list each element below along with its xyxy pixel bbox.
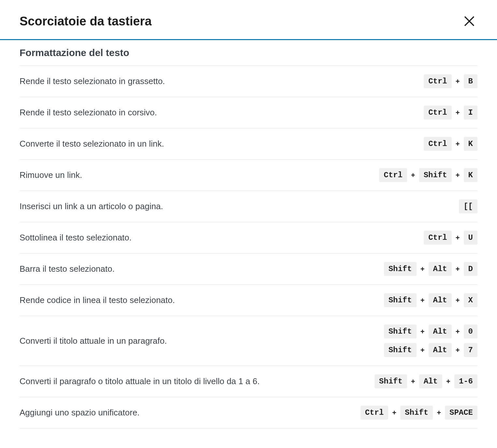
keyboard-key: 0	[464, 325, 477, 339]
key-separator: +	[446, 377, 450, 386]
shortcut-keys-wrapper: Ctrl+Shift+K	[379, 168, 477, 182]
keyboard-key: Shift	[384, 343, 417, 357]
shortcut-keys-wrapper: Ctrl+U	[424, 231, 477, 245]
key-separator: +	[392, 409, 396, 417]
shortcut-row: Converte il testo selezionato in un link…	[20, 128, 477, 160]
shortcut-description: Aggiungi uno spazio unificatore.	[20, 408, 361, 418]
shortcuts-list: Rende il testo selezionato in grassetto.…	[20, 66, 477, 428]
shortcut-row: Rende codice in linea il testo seleziona…	[20, 285, 477, 316]
key-separator: +	[456, 346, 460, 354]
key-separator: +	[420, 296, 425, 305]
keyboard-key: 7	[464, 343, 477, 357]
keyboard-key: Shift	[375, 374, 407, 388]
shortcut-keys-wrapper: Ctrl+I	[424, 106, 477, 120]
shortcut-row: Rende il testo selezionato in corsivo.Ct…	[20, 97, 477, 128]
shortcut-description: Converti il titolo attuale in un paragra…	[20, 336, 384, 346]
keyboard-key: Shift	[419, 168, 452, 182]
keyboard-key: I	[464, 106, 477, 120]
key-separator: +	[456, 108, 460, 117]
key-separator: +	[456, 265, 460, 273]
shortcut-keys: Shift+Alt+X	[384, 293, 477, 307]
shortcut-keys: Ctrl+Shift+SPACE	[361, 406, 477, 420]
keyboard-key: D	[464, 262, 477, 276]
keyboard-key: B	[464, 74, 477, 88]
shortcut-keys-wrapper: [[	[459, 199, 477, 213]
keyboard-key: Ctrl	[424, 74, 452, 88]
keyboard-key: Alt	[429, 293, 452, 307]
keyboard-key: X	[464, 293, 477, 307]
shortcut-description: Rende codice in linea il testo seleziona…	[20, 295, 384, 305]
keyboard-key: [[	[459, 199, 477, 213]
keyboard-key: Alt	[429, 262, 452, 276]
shortcut-keys: Shift+Alt+0	[384, 325, 477, 339]
shortcut-keys-wrapper: Ctrl+B	[424, 74, 477, 88]
shortcut-description: Rende il testo selezionato in corsivo.	[20, 108, 424, 118]
key-separator: +	[456, 171, 460, 180]
key-separator: +	[456, 77, 460, 86]
shortcut-keys: Ctrl+B	[424, 74, 477, 88]
key-separator: +	[411, 377, 415, 386]
shortcut-keys: Shift+Alt+D	[384, 262, 477, 276]
shortcut-row: Sottolinea il testo selezionato.Ctrl+U	[20, 222, 477, 253]
shortcut-row: Aggiungi uno spazio unificatore.Ctrl+Shi…	[20, 397, 477, 428]
key-separator: +	[437, 409, 441, 417]
keyboard-key: Ctrl	[379, 168, 407, 182]
shortcut-row: Rende il testo selezionato in grassetto.…	[20, 66, 477, 97]
keyboard-key: Ctrl	[424, 106, 452, 120]
shortcut-description: Sottolinea il testo selezionato.	[20, 233, 424, 243]
shortcut-keys-wrapper: Ctrl+K	[424, 137, 477, 151]
shortcut-keys-wrapper: Shift+Alt+D	[384, 262, 477, 276]
keyboard-key: Ctrl	[361, 406, 389, 420]
keyboard-key: Alt	[419, 374, 442, 388]
keyboard-key: 1-6	[454, 374, 477, 388]
shortcut-keys: Shift+Alt+1-6	[375, 374, 477, 388]
key-separator: +	[420, 265, 425, 273]
keyboard-key: Shift	[384, 293, 417, 307]
shortcut-row: Barra il testo selezionato.Shift+Alt+D	[20, 253, 477, 285]
section-title: Formattazione del testo	[20, 40, 477, 66]
keyboard-key: Ctrl	[424, 231, 452, 245]
key-separator: +	[456, 234, 460, 242]
shortcut-row: Inserisci un link a un articolo o pagina…	[20, 191, 477, 222]
shortcut-description: Barra il testo selezionato.	[20, 264, 384, 274]
shortcut-keys-wrapper: Ctrl+Shift+SPACE	[361, 406, 477, 420]
shortcut-description: Converte il testo selezionato in un link…	[20, 139, 424, 149]
key-separator: +	[456, 296, 460, 305]
shortcut-keys: Ctrl+K	[424, 137, 477, 151]
close-button[interactable]	[461, 13, 477, 29]
shortcut-description: Rende il testo selezionato in grassetto.	[20, 76, 424, 86]
key-separator: +	[456, 140, 460, 148]
keyboard-key: Alt	[429, 343, 452, 357]
shortcut-keys: [[	[459, 199, 477, 213]
shortcut-keys: Shift+Alt+7	[384, 343, 477, 357]
modal-title: Scorciatoie da tastiera	[20, 14, 152, 28]
key-separator: +	[420, 327, 425, 336]
shortcut-description: Converti il paragrafo o titolo attuale i…	[20, 376, 375, 386]
keyboard-key: Shift	[384, 325, 417, 339]
shortcut-description: Inserisci un link a un articolo o pagina…	[20, 201, 459, 211]
shortcut-row: Rimuove un link.Ctrl+Shift+K	[20, 160, 477, 191]
modal-header: Scorciatoie da tastiera	[0, 0, 497, 40]
keyboard-key: K	[464, 168, 477, 182]
modal-content: Formattazione del testo Rende il testo s…	[0, 40, 497, 438]
shortcut-row: Converti il titolo attuale in un paragra…	[20, 316, 477, 366]
shortcut-keys: Ctrl+I	[424, 106, 477, 120]
shortcut-keys: Ctrl+Shift+K	[379, 168, 477, 182]
keyboard-key: SPACE	[445, 406, 477, 420]
shortcut-keys-wrapper: Shift+Alt+0Shift+Alt+7	[384, 325, 477, 357]
keyboard-key: Shift	[384, 262, 417, 276]
close-icon	[462, 14, 476, 28]
keyboard-key: Ctrl	[424, 137, 452, 151]
keyboard-key: Shift	[400, 406, 433, 420]
keyboard-key: K	[464, 137, 477, 151]
shortcut-description: Rimuove un link.	[20, 170, 379, 180]
shortcut-row: Converti il paragrafo o titolo attuale i…	[20, 366, 477, 397]
shortcut-keys-wrapper: Shift+Alt+1-6	[375, 374, 477, 388]
key-separator: +	[420, 346, 425, 354]
key-separator: +	[411, 171, 415, 180]
keyboard-key: U	[464, 231, 477, 245]
keyboard-key: Alt	[429, 325, 452, 339]
key-separator: +	[456, 327, 460, 336]
shortcut-keys: Ctrl+U	[424, 231, 477, 245]
shortcut-keys-wrapper: Shift+Alt+X	[384, 293, 477, 307]
